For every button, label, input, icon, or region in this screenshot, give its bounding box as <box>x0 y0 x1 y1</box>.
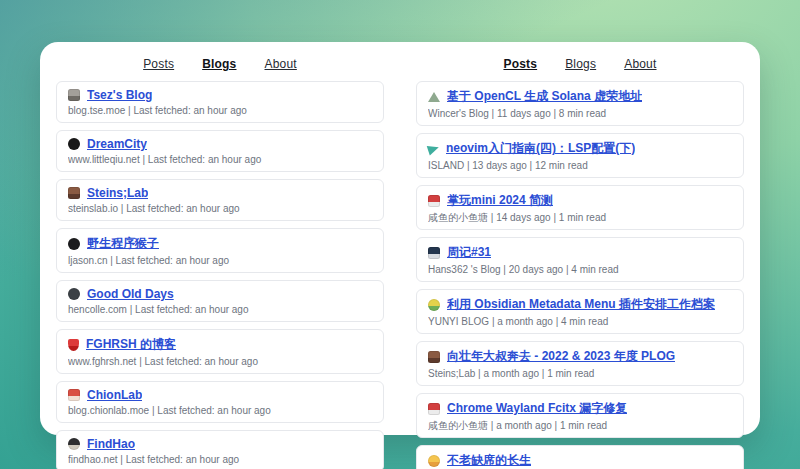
findhao-avatar-favicon <box>68 438 80 450</box>
item-meta: Steins;Lab | a month ago | 1 min read <box>428 368 732 379</box>
item-meta: blog.chionlab.moe | Last fetched: an hou… <box>68 405 372 416</box>
list-item: ChionLab blog.chionlab.moe | Last fetche… <box>56 381 384 423</box>
wincer-triangle-favicon <box>428 92 440 102</box>
tab-posts[interactable]: Posts <box>503 57 537 71</box>
xianyu-pond-favicon <box>428 195 440 207</box>
item-meta: 咸鱼的小鱼塘 | 14 days ago | 1 min read <box>428 212 732 223</box>
item-title-link[interactable]: Tsez's Blog <box>87 88 152 102</box>
list-item: 周记#31 Hans362 's Blog | 20 days ago | 4 … <box>416 237 744 282</box>
chionlab-avatar-favicon <box>68 389 80 401</box>
item-meta: www.fghrsh.net | Last fetched: an hour a… <box>68 356 372 367</box>
item-title-link[interactable]: 野生程序猴子 <box>87 235 159 252</box>
posts-column-nav: Posts Blogs About <box>416 57 744 71</box>
item-meta: ljason.cn | Last fetched: an hour ago <box>68 255 372 266</box>
blogs-column-nav: Posts Blogs About <box>56 57 384 71</box>
two-column-layout: Posts Blogs About Tsez's Blog blog.tse.m… <box>56 54 744 425</box>
item-title-link[interactable]: 向壮年大叔奔去 - 2022 & 2023 年度 PLOG <box>447 348 675 365</box>
tab-posts[interactable]: Posts <box>143 57 174 71</box>
hans362-laptop-favicon <box>428 247 440 259</box>
posts-column: Posts Blogs About 基于 OpenCL 生成 Solana 虚荣… <box>416 54 744 425</box>
steinslab-favicon <box>68 187 80 199</box>
item-meta: Hans362 's Blog | 20 days ago | 4 min re… <box>428 264 732 275</box>
tab-blogs[interactable]: Blogs <box>202 57 236 71</box>
item-title-link[interactable]: Steins;Lab <box>87 186 148 200</box>
good-old-days-globe-favicon <box>68 288 80 300</box>
item-meta: YUNYI BLOG | a month ago | 4 min read <box>428 316 732 327</box>
list-item: Tsez's Blog blog.tse.moe | Last fetched:… <box>56 81 384 123</box>
zcp-moon-favicon <box>428 455 440 467</box>
item-meta: Wincer's Blog | 11 days ago | 8 min read <box>428 108 732 119</box>
item-meta: steinslab.io | Last fetched: an hour ago <box>68 203 372 214</box>
list-item: FindHao findhao.net | Last fetched: an h… <box>56 430 384 469</box>
tsez-blog-favicon <box>68 89 80 101</box>
item-title-link[interactable]: 周记#31 <box>447 244 491 261</box>
item-meta: hencolle.com | Last fetched: an hour ago <box>68 304 372 315</box>
list-item: Good Old Days hencolle.com | Last fetche… <box>56 280 384 322</box>
xianyu-pond-favicon <box>428 403 440 415</box>
list-item: DreamCity www.littleqiu.net | Last fetch… <box>56 130 384 172</box>
tab-blogs[interactable]: Blogs <box>565 57 596 71</box>
item-meta: blog.tse.moe | Last fetched: an hour ago <box>68 105 372 116</box>
item-title-link[interactable]: 掌玩mini 2024 简测 <box>447 192 553 209</box>
blog-list: Tsez's Blog blog.tse.moe | Last fetched:… <box>56 81 384 469</box>
item-title-link[interactable]: 利用 Obsidian Metadata Menu 插件安排工作档案 <box>447 296 715 313</box>
item-title-link[interactable]: 基于 OpenCL 生成 Solana 虚荣地址 <box>447 88 642 105</box>
post-list: 基于 OpenCL 生成 Solana 虚荣地址 Wincer's Blog |… <box>416 81 744 469</box>
list-item: Chrome Wayland Fcitx 漏字修复 咸鱼的小鱼塘 | a mon… <box>416 393 744 438</box>
list-item: 利用 Obsidian Metadata Menu 插件安排工作档案 YUNYI… <box>416 289 744 334</box>
yunyi-circle-favicon <box>428 299 440 311</box>
item-meta: findhao.net | Last fetched: an hour ago <box>68 454 372 465</box>
blogs-column: Posts Blogs About Tsez's Blog blog.tse.m… <box>56 54 384 425</box>
fghrsh-shield-favicon <box>68 339 79 351</box>
item-title-link[interactable]: neovim入门指南(四)：LSP配置(下) <box>446 140 635 157</box>
list-item: FGHRSH 的博客 www.fghrsh.net | Last fetched… <box>56 329 384 374</box>
item-title-link[interactable]: Chrome Wayland Fcitx 漏字修复 <box>447 400 627 417</box>
list-item: 基于 OpenCL 生成 Solana 虚荣地址 Wincer's Blog |… <box>416 81 744 126</box>
list-item: 掌玩mini 2024 简测 咸鱼的小鱼塘 | 14 days ago | 1 … <box>416 185 744 230</box>
tab-about[interactable]: About <box>624 57 656 71</box>
item-meta: 咸鱼的小鱼塘 | a month ago | 1 min read <box>428 420 732 431</box>
item-title-link[interactable]: 不老缺席的长生 <box>447 452 531 469</box>
island-paper-plane-favicon <box>427 142 441 155</box>
item-title-link[interactable]: DreamCity <box>87 137 147 151</box>
item-meta: www.littleqiu.net | Last fetched: an hou… <box>68 154 372 165</box>
item-title-link[interactable]: ChionLab <box>87 388 142 402</box>
feed-reader-window: Posts Blogs About Tsez's Blog blog.tse.m… <box>40 42 760 435</box>
item-title-link[interactable]: Good Old Days <box>87 287 174 301</box>
dreamcity-favicon <box>68 138 80 150</box>
list-item: neovim入门指南(四)：LSP配置(下) ISLAND | 13 days … <box>416 133 744 178</box>
list-item: 向壮年大叔奔去 - 2022 & 2023 年度 PLOG Steins;Lab… <box>416 341 744 386</box>
list-item: 不老缺席的长生 Zcp's Zone | a month ago | 6 min… <box>416 445 744 469</box>
item-meta: ISLAND | 13 days ago | 12 min read <box>428 160 732 171</box>
tab-about[interactable]: About <box>265 57 297 71</box>
list-item: 野生程序猴子 ljason.cn | Last fetched: an hour… <box>56 228 384 273</box>
steinslab-favicon <box>428 351 440 363</box>
item-title-link[interactable]: FGHRSH 的博客 <box>86 336 176 353</box>
ljason-favicon <box>68 238 80 250</box>
item-title-link[interactable]: FindHao <box>87 437 135 451</box>
list-item: Steins;Lab steinslab.io | Last fetched: … <box>56 179 384 221</box>
